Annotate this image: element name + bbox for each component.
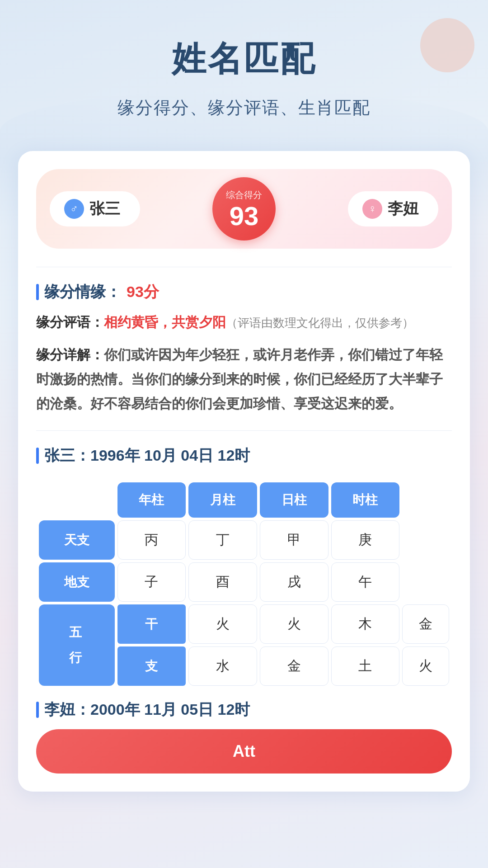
person1-section: 张三：1996年 10月 04日 12时 年柱 月柱 日柱 时柱 天支 丙 丁 … — [36, 430, 452, 689]
bottom-button[interactable]: Att — [36, 729, 452, 774]
wuxing-gan-ri: 木 — [331, 604, 400, 644]
score-header: ♂ 张三 综合得分 93 ♀ 李妞 — [36, 169, 452, 249]
person2-name: 李妞 — [388, 198, 418, 219]
yuanfen-score: 93分 — [127, 282, 159, 302]
dizhi-nian: 子 — [117, 562, 186, 602]
person1-tag: ♂ 张三 — [50, 191, 140, 226]
tiangan-label: 天支 — [39, 520, 115, 560]
person2-tag: ♀ 李妞 — [348, 191, 438, 226]
bazi-table-person1: 年柱 月柱 日柱 时柱 天支 丙 丁 甲 庚 地支 子 酉 — [36, 480, 452, 689]
dizhi-label: 地支 — [39, 562, 115, 602]
wuxing-zhi-yue: 金 — [260, 646, 328, 686]
tiangan-yue: 丁 — [188, 520, 257, 560]
page-subtitle: 缘分得分、缘分评语、生肖匹配 — [18, 96, 470, 119]
result-section: 缘分情缘：93分 缘分评语：相约黄昏，共赏夕阳（评语由数理文化得出，仅供参考） … — [36, 267, 452, 416]
wuxing-title: 五行 — [69, 620, 84, 670]
page-header: 姓名匹配 缘分得分、缘分评语、生肖匹配 — [0, 0, 488, 133]
section-bar-2 — [36, 448, 39, 464]
detail-label: 缘分详解：你们或许因为年少轻狂，或许月老作弄，你们错过了年轻时激扬的热情。当你们… — [36, 343, 452, 416]
male-icon: ♂ — [64, 199, 84, 219]
col-nian: 年柱 — [117, 482, 186, 518]
person2-section-title: 李妞：2000年 11月 05日 12时 — [36, 699, 452, 720]
person2-chart-label: 李妞：2000年 11月 05日 12时 — [44, 699, 250, 720]
wuxing-gan-row: 五行 干 火 火 木 金 — [39, 604, 449, 644]
wuxing-label: 五行 — [39, 604, 115, 686]
score-circle: 综合得分 93 — [212, 177, 276, 241]
wuxing-zhi-nian: 水 — [188, 646, 257, 686]
eval-phrase: 相约黄昏，共赏夕阳 — [104, 315, 226, 330]
empty-header — [39, 482, 115, 518]
wuxing-zhi-label-cell: 支 — [117, 646, 186, 686]
yuanfen-label: 缘分情缘： — [44, 282, 121, 302]
col-yue: 月柱 — [188, 482, 257, 518]
score-value: 93 — [230, 203, 259, 229]
yuanfen-section-title: 缘分情缘：93分 — [36, 282, 452, 302]
dizhi-yue: 酉 — [188, 562, 257, 602]
main-card: ♂ 张三 综合得分 93 ♀ 李妞 缘分情缘：93分 缘分评语：相约黄昏，共赏夕… — [18, 151, 470, 792]
wuxing-zhi-shi: 火 — [402, 646, 449, 686]
wuxing-gan-yue: 火 — [260, 604, 328, 644]
wuxing-gan-label-cell: 干 — [117, 604, 186, 644]
eval-label-row: 缘分评语：相约黄昏，共赏夕阳（评语由数理文化得出，仅供参考） — [36, 313, 452, 332]
wuxing-zhi-ri: 土 — [331, 646, 400, 686]
tiangan-nian: 丙 — [117, 520, 186, 560]
dizhi-ri: 戌 — [260, 562, 328, 602]
person1-chart-label: 张三：1996年 10月 04日 12时 — [44, 445, 250, 466]
wuxing-gan-shi: 金 — [402, 604, 449, 644]
eval-label-text: 缘分评语： — [36, 315, 104, 330]
section-bar-3 — [36, 702, 39, 718]
section-bar — [36, 284, 39, 300]
dizhi-shi: 午 — [331, 562, 400, 602]
col-ri: 日柱 — [260, 482, 328, 518]
tiangan-ri: 甲 — [260, 520, 328, 560]
tiangan-shi: 庚 — [331, 520, 400, 560]
female-icon: ♀ — [362, 199, 382, 219]
score-label: 综合得分 — [226, 189, 262, 201]
dizhi-row: 地支 子 酉 戌 午 — [39, 562, 449, 602]
wuxing-gan-nian: 火 — [188, 604, 257, 644]
eval-note: （评语由数理文化得出，仅供参考） — [226, 316, 414, 330]
person1-section-title: 张三：1996年 10月 04日 12时 — [36, 445, 452, 466]
tiangan-row: 天支 丙 丁 甲 庚 — [39, 520, 449, 560]
col-shi: 时柱 — [331, 482, 400, 518]
page-title: 姓名匹配 — [18, 36, 470, 83]
person1-name: 张三 — [89, 198, 120, 219]
